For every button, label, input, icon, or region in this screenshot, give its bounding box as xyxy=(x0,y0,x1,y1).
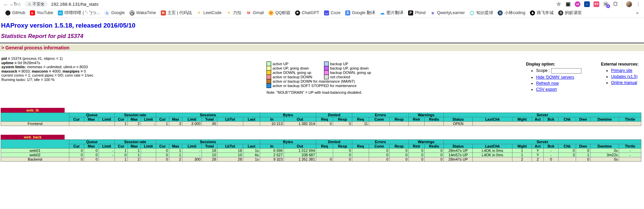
profile-avatar[interactable] xyxy=(626,1,632,7)
bookmark-item-google[interactable]: GGoogle xyxy=(104,10,124,15)
legend-row: active or backup DOWN for maintenance (M… xyxy=(267,79,373,84)
bookmark-item-gmail[interactable]: MGmail xyxy=(246,10,264,15)
translate-extension-icon[interactable]: 文A xyxy=(594,1,599,7)
stat-cell: 0 xyxy=(559,149,576,153)
column-header: Limit xyxy=(99,144,115,149)
column-header: Resp xyxy=(390,117,409,122)
address-bar[interactable]: ⚠ 不安全 192.168.6.131/ha_stats xyxy=(24,1,424,7)
column-header: LbTot xyxy=(217,117,243,122)
stat-cell: 0 xyxy=(156,153,169,157)
bookmark-item-xiaolin-coding[interactable]: 彩小林coding xyxy=(498,10,525,16)
display-option-link[interactable]: Hide 'DOWN' servers xyxy=(536,75,574,80)
stat-cell: 0 xyxy=(84,149,99,153)
stat-cell: 3 000 xyxy=(182,122,202,126)
legend-row: active DOWN, going upbackup DOWN, going … xyxy=(267,71,373,75)
security-chip[interactable]: ⚠ 不安全 xyxy=(25,1,48,7)
screenshot-extension-icon[interactable]: ▪ xyxy=(584,1,590,7)
stat-cell: 6s xyxy=(243,153,260,157)
bookmark-item-qwertylearner[interactable]: ◆QwertyLearner xyxy=(430,10,465,15)
stat-cell: 10 xyxy=(217,153,243,157)
bookmark-item-likou[interactable]: <力扣 xyxy=(226,10,242,16)
image-translate-favicon: ☁ xyxy=(380,10,385,15)
forward-icon[interactable]: → xyxy=(8,1,13,7)
legend-label: active or backup DOWN for maintenance (M… xyxy=(271,79,373,84)
stat-cell: 3 xyxy=(559,153,576,157)
stat-cell xyxy=(99,157,115,162)
display-option-link[interactable]: CSV export xyxy=(536,87,557,92)
bookmark-item-image-translate[interactable]: ☁图片翻译 xyxy=(380,10,403,16)
bookmark-item-phind[interactable]: PPhind xyxy=(408,10,426,15)
bookmark-item-bilibili[interactable]: ▭哔哩哔哩 ( ˚- ˚)つ... xyxy=(58,10,100,16)
bookmark-star-icon[interactable]: ☆ xyxy=(556,1,562,7)
bookmark-item-qq-mail[interactable]: @QQ邮箱 xyxy=(269,10,290,16)
divider-rule xyxy=(0,43,644,43)
stat-cell: - xyxy=(99,153,115,157)
stat-cell: 11 xyxy=(352,122,369,126)
google-favicon: G xyxy=(104,10,109,15)
qr-extension-icon[interactable]: ▣ xyxy=(565,1,571,7)
bookmark-item-wakatime[interactable]: ◷WakaTime xyxy=(130,10,156,15)
column-header: Chk xyxy=(559,117,576,122)
haproxy-version-link[interactable]: HAProxy version 1.5.18, released 2016/05… xyxy=(1,22,644,29)
qwertylearner-favicon: ◆ xyxy=(430,10,435,15)
bookmark-item-google-translate[interactable]: 文Google 翻译 xyxy=(345,10,375,16)
external-resource-link[interactable]: Primary site xyxy=(611,68,632,73)
stat-cell: 0 xyxy=(84,153,99,157)
bookmark-item-lufei-xuecheng[interactable]: ♟路飞学城 xyxy=(530,10,553,16)
bookmark-item-coze[interactable]: ◡Coze xyxy=(324,10,341,15)
stat-cell: 2 xyxy=(128,157,141,162)
bookmark-item-mayi-ketang[interactable]: S蚂蚁课堂 xyxy=(558,10,582,16)
stat-cell xyxy=(316,149,333,153)
bookmark-item-zhishixingqiu[interactable]: ◯知识星球 xyxy=(469,10,493,16)
process-info: pid = 15374 (process #1, nbproc = 1)upti… xyxy=(1,56,266,94)
stat-cell: OPEN xyxy=(444,122,473,126)
bookmark-item-youtube[interactable]: ▶YouTube xyxy=(30,10,53,15)
stat-cell xyxy=(473,122,641,126)
bookmark-label: LeetCode xyxy=(203,10,221,15)
external-resource-link[interactable]: Updates (v1.5) xyxy=(611,74,638,79)
extensions-puzzle-icon[interactable] xyxy=(612,1,618,7)
menu-kebab-icon[interactable]: ⋮ xyxy=(636,1,641,7)
scope-input[interactable] xyxy=(551,68,581,74)
column-header: Redis xyxy=(425,117,444,122)
column-header: Req xyxy=(352,117,369,122)
stats-tables: web_lbQueueSession rateSessionsBytesDeni… xyxy=(0,108,644,162)
process-info-line: system limits: memmax = unlimited; ulimi… xyxy=(1,65,266,69)
lightroom-extension-icon[interactable]: LR xyxy=(575,1,580,7)
stat-cell: 2 xyxy=(169,157,182,162)
stat-cell: 0 xyxy=(333,153,352,157)
stat-cell: 0 xyxy=(69,153,84,157)
bookmark-item-codewar-home[interactable]: 码主页 | 代码战 xyxy=(161,10,192,16)
external-resources-column: External resources: Primary siteUpdates … xyxy=(601,62,639,94)
column-header: Out xyxy=(284,117,316,122)
stat-value-tooltip: 35 xyxy=(212,122,216,126)
url-text[interactable]: 192.168.6.131/ha_stats xyxy=(51,2,99,7)
bookmark-label: QQ邮箱 xyxy=(275,10,290,16)
display-option-item: CSV export xyxy=(536,87,581,92)
stat-cell xyxy=(390,122,409,126)
stat-value-tooltip: 28 xyxy=(212,157,216,162)
bookmark-label: 知识星球 xyxy=(476,10,493,16)
stat-cell: 0 xyxy=(84,157,99,162)
wordpress-extension-icon[interactable]: W6 xyxy=(603,1,609,7)
bookmark-item-leetcode[interactable]: <LeetCode xyxy=(196,10,221,15)
column-header: In xyxy=(260,144,284,149)
bookmark-item-chatgpt[interactable]: ✳ChatGPT xyxy=(295,10,319,15)
stat-cell: 1 351 381 xyxy=(284,157,316,162)
bookmark-item-github[interactable]: GitHub xyxy=(5,10,25,15)
header-group-row: QueueSession rateSessionsBytesDeniedErro… xyxy=(1,140,641,144)
corner-header xyxy=(1,140,69,149)
column-header: Limit xyxy=(141,144,156,149)
back-icon[interactable]: ← xyxy=(3,1,8,7)
external-resource-item: Updates (v1.5) xyxy=(611,74,639,79)
display-option-link[interactable]: Refresh now xyxy=(536,81,559,86)
bookmarks-overflow-icon[interactable]: » xyxy=(636,10,639,15)
refresh-icon[interactable]: ↻ xyxy=(13,1,18,7)
column-group-header: Queue xyxy=(69,113,115,117)
home-icon[interactable]: ⌂ xyxy=(18,1,21,7)
stats-table: QueueSession rateSessionsBytesDeniedErro… xyxy=(1,113,641,126)
stat-cell: 300 xyxy=(182,157,202,162)
youtube-favicon: ▶ xyxy=(30,10,35,15)
external-resource-link[interactable]: Online manual xyxy=(611,80,637,85)
stat-cell: - xyxy=(544,153,559,157)
